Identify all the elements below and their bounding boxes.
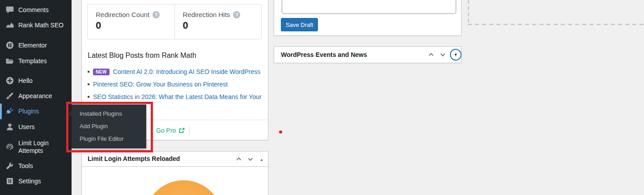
blog-post-link[interactable]: SEO Statistics in 2026: What the Latest … [93,93,262,100]
sidebar-item-label: Hello [18,77,33,84]
sidebar-item-label: Rank Math SEO [18,22,64,29]
go-pro-label: Go Pro [156,127,176,134]
blog-posts-heading: Latest Blog Posts from Rank Math [88,52,196,60]
sidebar-item-templates[interactable]: Templates [0,53,72,69]
elementor-icon [5,41,14,50]
blog-post-link[interactable]: Pinterest SEO: Grow Your Business on Pin… [93,81,228,88]
list-bullet [88,71,89,73]
list-bullet [88,83,89,85]
hello-plus-icon [5,76,14,85]
redirection-stats-box: Redirection Count ? 0 Redirection Hits ?… [87,4,262,39]
footer-separator [189,126,190,136]
blog-post-item: Pinterest SEO: Grow Your Business on Pin… [88,81,228,88]
annotation-red-box [66,102,153,152]
chevron-up-icon [428,51,435,58]
sidebar-item-appearance[interactable]: Appearance [0,88,72,104]
sidebar-item-label: Appearance [18,92,52,100]
stat-value: 0 [183,20,262,31]
stat-label: Redirection Count [96,11,149,18]
sidebar-item-label: Elementor [18,42,47,49]
sidebar-item-comments[interactable]: Comments [0,2,72,17]
quick-draft-content-input[interactable] [282,0,456,14]
tools-wrench-icon [5,161,14,170]
sidebar-item-label: Limit Login Attempts [18,139,64,155]
sidebar-item-settings[interactable]: Settings [0,173,72,189]
annotation-red-dot [279,130,282,134]
sidebar-item-hello[interactable]: Hello [0,73,72,88]
sidebar-item-users[interactable]: Users [0,119,72,134]
appearance-brush-icon [5,91,14,100]
sidebar-item-plugins[interactable]: Plugins [0,104,72,119]
empty-widget-dropzone-border-vertical [468,0,469,25]
stat-label: Redirection Hits [183,11,230,18]
triangle-down-icon: ▼ [454,53,458,57]
admin-sidebar: Comments Rank Math SEO Elementor Templat… [0,0,72,195]
sidebar-item-label: Comments [18,6,49,13]
blog-post-item: NEW Content AI 2.0: Introducing AI SEO I… [88,68,260,75]
comments-icon [5,5,14,14]
rank-math-icon [5,21,14,30]
events-collapse-button-focused[interactable]: ▼ [450,49,462,61]
help-icon[interactable]: ? [233,11,240,18]
sidebar-item-label: Settings [18,178,41,185]
go-pro-link[interactable]: Go Pro [156,127,185,134]
sidebar-item-label: Plugins [18,108,39,115]
triangle-up-icon: ▲ [260,158,264,162]
llar-header-divider [82,166,268,167]
stat-value: 0 [96,20,174,31]
chevron-down-icon [439,51,446,58]
events-move-up-button[interactable] [427,51,435,59]
sidebar-item-rank-math-seo[interactable]: Rank Math SEO [0,17,72,33]
list-bullet [88,96,89,98]
external-link-icon [178,127,185,134]
llar-collapse-button[interactable]: ▲ [258,156,265,163]
sidebar-item-label: Templates [18,57,47,65]
llar-move-down-button[interactable] [246,155,254,163]
llar-widget-title: Limit Login Attempts Reloaded [88,151,180,167]
help-icon[interactable]: ? [153,11,160,18]
redirection-count-stat: Redirection Count ? 0 [88,4,174,39]
chevron-down-icon [247,156,254,163]
redirection-hits-stat: Redirection Hits ? 0 [174,4,262,39]
blog-post-item: SEO Statistics in 2026: What the Latest … [88,93,262,100]
sidebar-item-limit-login-attempts[interactable]: Limit Login Attempts [0,137,72,157]
llar-move-up-button[interactable] [235,155,243,163]
chevron-up-icon [235,156,242,163]
active-menu-indicator [0,104,2,119]
new-badge: NEW [93,69,110,75]
empty-widget-dropzone-border-horizontal [468,24,644,25]
events-widget-title: WordPress Events and News [281,46,367,63]
wordpress-admin-dashboard: Comments Rank Math SEO Elementor Templat… [0,0,644,195]
users-icon [5,122,14,131]
sidebar-item-tools[interactable]: Tools [0,158,72,173]
settings-sliders-icon [5,177,14,186]
templates-icon [5,56,14,65]
save-draft-button[interactable]: Save Draft [281,18,318,31]
plugins-plug-icon [5,107,14,116]
sidebar-item-label: Users [18,123,35,130]
limit-login-fingerprint-icon [5,143,14,152]
sidebar-item-elementor[interactable]: Elementor [0,38,72,53]
events-move-down-button[interactable] [439,51,447,59]
sidebar-item-label: Tools [18,162,33,169]
blog-post-link[interactable]: Content AI 2.0: Introducing AI SEO Insid… [113,68,261,75]
